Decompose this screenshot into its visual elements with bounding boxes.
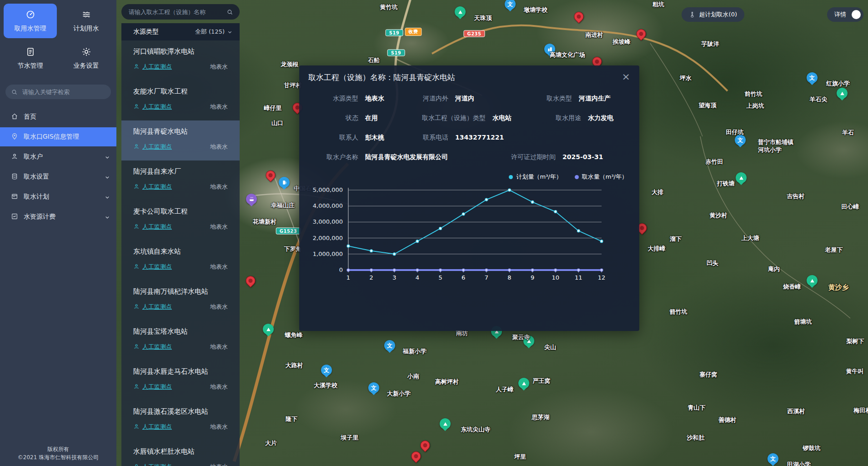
map-place-label: 溜下 bbox=[670, 236, 682, 243]
map-place-label: 田心嶂 bbox=[842, 203, 859, 211]
map-place-label: 坝子里 bbox=[341, 434, 359, 442]
sidebar: 取用水管理计划用水节水管理业务设置 首页取水口GIS信息管理取水户取水设置取水计… bbox=[0, 0, 116, 466]
monitor-link[interactable]: 人工监测点 bbox=[142, 183, 172, 191]
station-search[interactable] bbox=[121, 4, 240, 20]
station-search-input[interactable] bbox=[128, 8, 223, 16]
field-label: 联系电话 bbox=[414, 134, 448, 142]
school-marker[interactable]: 文 bbox=[368, 382, 379, 393]
toggle-knob[interactable] bbox=[852, 10, 861, 19]
db-icon bbox=[11, 173, 18, 181]
monitor-link[interactable]: 人工监测点 bbox=[142, 223, 172, 231]
map-place-label: 螺角峰 bbox=[285, 331, 303, 339]
station-list-item[interactable]: 陆河县青碇水电站人工监测点地表水 bbox=[121, 120, 240, 160]
legend-label: 取水量（m³/年） bbox=[582, 173, 627, 181]
legend-item[interactable]: 取水量（m³/年） bbox=[575, 173, 627, 181]
monitor-link[interactable]: 人工监测点 bbox=[142, 303, 172, 311]
gas-marker[interactable] bbox=[279, 177, 290, 188]
sidebar-item-pin[interactable]: 取水口GIS信息管理 bbox=[0, 127, 116, 146]
station-list-item[interactable]: 陆河县激石溪老区水电站人工监测点地表水 bbox=[121, 401, 240, 441]
water-type-label: 地表水 bbox=[210, 143, 232, 151]
sidebar-item-plan[interactable]: 取水计划 bbox=[0, 187, 116, 206]
chevron-down-icon bbox=[104, 194, 110, 200]
station-list-item[interactable]: 陆河县宝塔水电站人工监测点地表水 bbox=[121, 321, 240, 361]
station-list-item[interactable]: 水唇镇水栏肚水电站人工监测点地表水 bbox=[121, 441, 240, 466]
svg-text:11: 11 bbox=[575, 274, 582, 281]
over-plan-intake-label: 超计划取水(0) bbox=[699, 10, 737, 19]
sidebar-item-user[interactable]: 取水户 bbox=[0, 147, 116, 166]
app-tile-doc[interactable]: 节水管理 bbox=[4, 41, 57, 75]
monitor-link[interactable]: 人工监测点 bbox=[142, 263, 172, 271]
map-place-label: 羊石 bbox=[842, 129, 854, 137]
app-tile-gear[interactable]: 业务设置 bbox=[60, 41, 113, 75]
field-value: 陆河县青碇水电发展有限公司 bbox=[365, 153, 448, 161]
field-value: 地表水 bbox=[365, 95, 384, 103]
mountain-marker[interactable] bbox=[263, 324, 274, 335]
over-plan-intake-button[interactable]: 超计划取水(0) bbox=[682, 7, 744, 22]
water-source-filter[interactable]: 水源类型 全部 (125) bbox=[121, 23, 240, 40]
app-tile-gauge[interactable]: 取用水管理 bbox=[4, 4, 57, 38]
map-place-label: 墩塘学校 bbox=[524, 6, 547, 14]
temple-marker[interactable] bbox=[440, 418, 451, 429]
station-list-item[interactable]: 麦卡公司取水工程人工监测点地表水 bbox=[121, 200, 240, 241]
water-type-label: 地表水 bbox=[210, 263, 232, 271]
sidebar-item-money[interactable]: 水资源计费 bbox=[0, 207, 116, 226]
monitor-link[interactable]: 人工监测点 bbox=[142, 383, 172, 391]
mountain-marker[interactable] bbox=[807, 275, 818, 286]
mountain-marker[interactable] bbox=[736, 172, 747, 183]
monitor-link[interactable]: 人工监测点 bbox=[142, 463, 172, 466]
close-icon[interactable]: × bbox=[620, 70, 632, 84]
detail-toggle[interactable]: 详情 bbox=[827, 7, 863, 22]
field-value: 水力发电 bbox=[588, 114, 613, 122]
app-tile-waves[interactable]: 计划用水 bbox=[60, 4, 113, 38]
legend-dot bbox=[575, 175, 579, 179]
map-place-label: 严王窝 bbox=[533, 377, 551, 385]
sidebar-item-home[interactable]: 首页 bbox=[0, 107, 116, 126]
water-type-label: 地表水 bbox=[210, 463, 232, 466]
field-value: 2025-03-31 bbox=[562, 153, 603, 160]
legend-item[interactable]: 计划量（m³/年） bbox=[509, 173, 562, 181]
school-marker[interactable]: 文 bbox=[384, 340, 395, 351]
person-icon bbox=[133, 343, 140, 351]
monitor-link[interactable]: 人工监测点 bbox=[142, 343, 172, 351]
svg-text:5: 5 bbox=[438, 274, 442, 281]
map-place-label: 东坑尖山寺 bbox=[461, 426, 491, 434]
road-badge: S19 bbox=[387, 50, 405, 56]
monitor-link[interactable]: 人工监测点 bbox=[142, 63, 172, 71]
monitor-link[interactable]: 人工监测点 bbox=[142, 103, 172, 111]
monitor-link[interactable]: 人工监测点 bbox=[142, 423, 172, 431]
chevron-down-icon bbox=[104, 154, 110, 160]
station-list-item[interactable]: 河口镇唱歌潭水电站人工监测点地表水 bbox=[121, 40, 240, 80]
sidebar-item-db[interactable]: 取水设置 bbox=[0, 167, 116, 186]
sidebar-search[interactable] bbox=[5, 85, 111, 99]
sidebar-item-label: 取水户 bbox=[24, 153, 43, 161]
station-meta: 人工监测点地表水 bbox=[133, 183, 232, 191]
station-list-item[interactable]: 东坑镇自来水站人工监测点地表水 bbox=[121, 241, 240, 281]
person-icon bbox=[133, 63, 140, 71]
station-list-item[interactable]: 陆河县水唇走马石水电站人工监测点地表水 bbox=[121, 361, 240, 401]
sidebar-search-input[interactable] bbox=[21, 88, 105, 96]
station-list-item[interactable]: 友能水厂取水工程人工监测点地表水 bbox=[121, 80, 240, 120]
sidebar-item-label: 首页 bbox=[24, 113, 36, 121]
field-label: 取水类型 bbox=[528, 95, 572, 103]
mountain-marker[interactable] bbox=[837, 88, 848, 99]
station-list-item[interactable]: 陆河县自来水厂人工监测点地表水 bbox=[121, 160, 240, 200]
map-place-label: 山口 bbox=[271, 120, 283, 127]
field-value: 彭木桃 bbox=[365, 134, 384, 142]
monitor-link[interactable]: 人工监测点 bbox=[142, 143, 172, 151]
station-name: 陆河县水唇走马石水电站 bbox=[133, 367, 232, 376]
school-marker[interactable]: 文 bbox=[807, 72, 818, 83]
mountain-marker[interactable] bbox=[455, 6, 466, 17]
mountain-marker[interactable] bbox=[518, 378, 529, 389]
svg-text:4: 4 bbox=[416, 274, 419, 281]
map-place-label: 赤竹田 bbox=[706, 158, 723, 166]
station-meta: 人工监测点地表水 bbox=[133, 383, 232, 391]
map-place-label: 庵内 bbox=[768, 266, 780, 273]
svg-text:9: 9 bbox=[531, 274, 534, 281]
station-list-item[interactable]: 陆河县南万镇杞洋水电站人工监测点地表水 bbox=[121, 281, 240, 321]
resort-marker[interactable] bbox=[246, 194, 257, 205]
water-type-label: 地表水 bbox=[210, 383, 232, 391]
school-marker[interactable]: 文 bbox=[735, 135, 746, 145]
school-marker[interactable]: 文 bbox=[321, 365, 332, 376]
app-tile-label: 计划用水 bbox=[74, 25, 99, 33]
school-marker[interactable]: 文 bbox=[768, 453, 778, 464]
